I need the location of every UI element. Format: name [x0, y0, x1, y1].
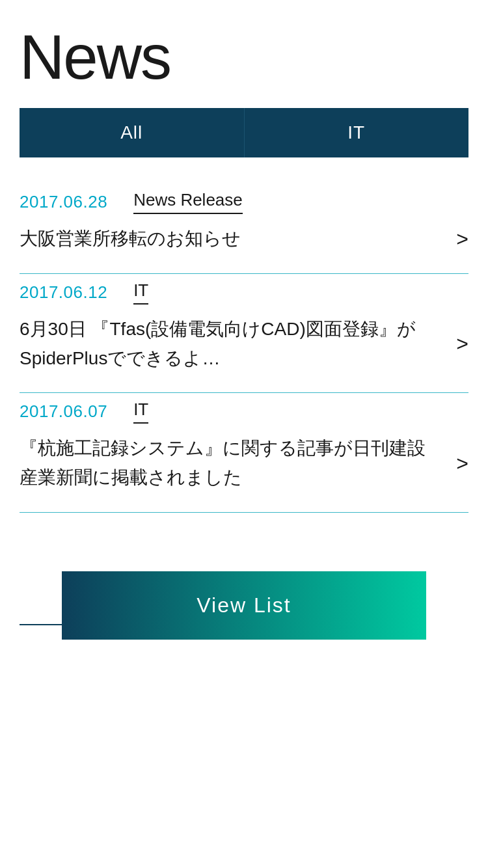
news-item-3-category: IT [133, 400, 148, 424]
page-wrapper: News All IT 2017.06.28 News Release 大阪営業… [0, 0, 488, 868]
news-list: 2017.06.28 News Release 大阪営業所移転のお知らせ > 2… [0, 190, 488, 513]
news-item-1-category: News Release [133, 190, 243, 214]
view-list-button[interactable]: View List [62, 571, 426, 640]
news-item-1-date: 2017.06.28 [20, 192, 107, 212]
news-item-3[interactable]: 2017.06.07 IT 『杭施工記録システム』に関する記事が日刊建設産業新聞… [20, 400, 468, 513]
bottom-spacer [0, 519, 488, 571]
news-header: News [0, 0, 488, 108]
tab-bar: All IT [20, 108, 468, 157]
news-item-2-meta: 2017.06.12 IT [20, 280, 468, 305]
news-item-3-arrow: > [456, 452, 468, 476]
news-item-3-body: 『杭施工記録システム』に関する記事が日刊建設産業新聞に掲載されました > [20, 434, 468, 493]
news-item-2[interactable]: 2017.06.12 IT 6月30日 『Tfas(設備電気向けCAD)図面登録… [20, 280, 468, 394]
tab-it[interactable]: IT [245, 108, 469, 157]
news-item-1-text: 大阪営業所移転のお知らせ [20, 224, 443, 254]
news-item-3-meta: 2017.06.07 IT [20, 400, 468, 424]
news-item-1-body: 大阪営業所移転のお知らせ > [20, 224, 468, 254]
news-item-2-category: IT [133, 280, 148, 305]
tab-news-spacer [0, 157, 488, 190]
tab-all-label: All [120, 122, 142, 142]
tab-all[interactable]: All [20, 108, 245, 157]
news-item-3-text: 『杭施工記録システム』に関する記事が日刊建設産業新聞に掲載されました [20, 434, 443, 493]
news-item-2-arrow: > [456, 332, 468, 356]
news-item-1-arrow: > [456, 227, 468, 251]
page-title: News [20, 26, 468, 88]
news-item-2-body: 6月30日 『Tfas(設備電気向けCAD)図面登録』が SpiderPlusで… [20, 315, 468, 373]
news-item-2-date: 2017.06.12 [20, 282, 107, 303]
news-item-1[interactable]: 2017.06.28 News Release 大阪営業所移転のお知らせ > [20, 190, 468, 274]
news-item-1-meta: 2017.06.28 News Release [20, 190, 468, 214]
tab-it-label: IT [347, 122, 365, 142]
news-item-2-text: 6月30日 『Tfas(設備電気向けCAD)図面登録』が SpiderPlusで… [20, 315, 443, 373]
view-list-container: View List [0, 571, 488, 679]
news-item-3-date: 2017.06.07 [20, 401, 107, 422]
view-list-line [20, 624, 62, 625]
